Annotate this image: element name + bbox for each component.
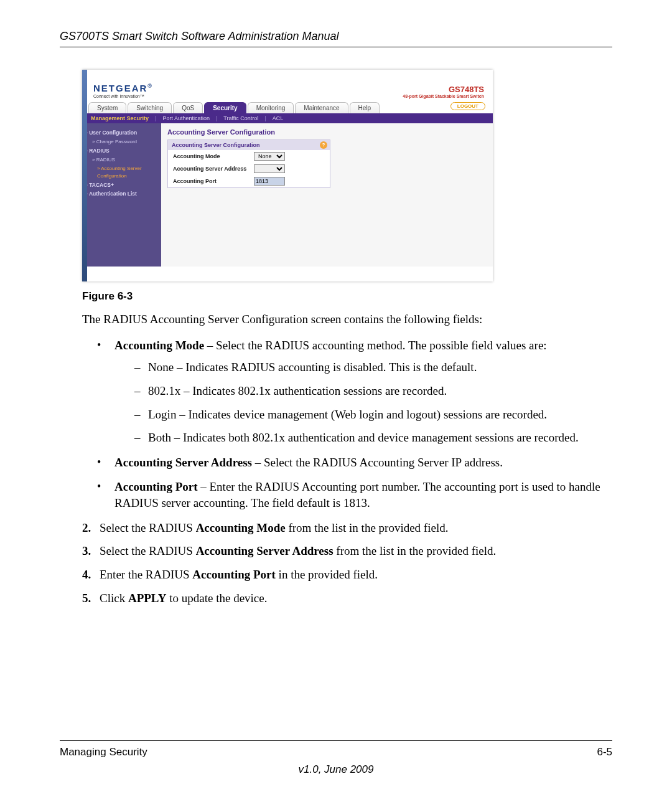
sub-nav: Management Security| Port Authentication… (82, 113, 493, 123)
page-footer: Managing Security 6-5 v1.0, June 2009 (60, 740, 612, 776)
tab-help[interactable]: Help (350, 102, 380, 113)
subnav-mgmt-security[interactable]: Management Security (91, 115, 149, 121)
logout-button[interactable]: LOGOUT (450, 102, 485, 110)
label-accounting-mode: Accounting Mode (173, 153, 254, 159)
sub-8021x: 802.1x – Indicates 802.1x authentication… (134, 383, 612, 399)
page-header: GS700TS Smart Switch Software Administra… (60, 30, 612, 47)
tab-system[interactable]: System (88, 102, 126, 113)
sidebar-radius[interactable]: » RADIUS (86, 156, 157, 164)
field-bullets: Accounting Mode – Select the RADIUS acco… (97, 337, 612, 511)
bullet-accounting-server-address: Accounting Server Address – Select the R… (97, 455, 612, 471)
sidebar: › User Configuration » Change Password ›… (82, 123, 161, 267)
model-label: GS748TS 48-port Gigabit Stackable Smart … (403, 85, 484, 98)
panel-header: Accounting Server Configuration ? (168, 140, 330, 150)
step-2: 2.Select the RADIUS Accounting Mode from… (82, 520, 612, 536)
sidebar-change-password[interactable]: » Change Password (86, 138, 157, 146)
select-accounting-server-address[interactable] (254, 164, 285, 173)
input-accounting-port[interactable] (254, 177, 285, 186)
main-tabs: System Switching QoS Security Monitoring… (82, 102, 493, 113)
label-accounting-server-address: Accounting Server Address (173, 166, 254, 172)
app-screenshot: NETGEAR® Connect with Innovation™ GS748T… (82, 70, 493, 281)
tab-switching[interactable]: Switching (128, 102, 172, 113)
footer-page-num: 6-5 (597, 746, 612, 758)
step-4: 4.Enter the RADIUS Accounting Port in th… (82, 567, 612, 583)
sub-both: Both – Indicates both 802.1x authenticat… (134, 430, 612, 446)
step-list: 2.Select the RADIUS Accounting Mode from… (82, 520, 612, 606)
figure-caption: Figure 6-3 (82, 290, 612, 303)
brand-logo: NETGEAR® Connect with Innovation™ (93, 83, 153, 98)
sidebar-user-config[interactable]: › User Configuration (86, 128, 157, 138)
tab-security[interactable]: Security (204, 102, 246, 113)
subnav-traffic-control[interactable]: Traffic Control (223, 115, 258, 121)
bullet-accounting-mode: Accounting Mode – Select the RADIUS acco… (97, 337, 612, 446)
config-panel: Accounting Server Configuration ? Accoun… (167, 139, 330, 188)
sidebar-radius-root[interactable]: › RADIUS (86, 146, 157, 156)
sub-none: None – Indicates RADIUS accounting is di… (134, 359, 612, 375)
bullet-accounting-port: Accounting Port – Enter the RADIUS Accou… (97, 479, 612, 511)
sub-login: Login – Indicates device management (Web… (134, 407, 612, 423)
tab-maintenance[interactable]: Maintenance (295, 102, 348, 113)
sidebar-acct-server-config[interactable]: » Accounting Server Configuration (86, 164, 157, 181)
step-3: 3.Select the RADIUS Accounting Server Ad… (82, 543, 612, 559)
subnav-port-auth[interactable]: Port Authentication (162, 115, 210, 121)
content-title: Accounting Server Configuration (167, 128, 487, 136)
step-5: 5.Click APPLY to update the device. (82, 590, 612, 606)
intro-paragraph: The RADIUS Accounting Server Configurati… (82, 311, 612, 328)
content-pane: Accounting Server Configuration Accounti… (161, 123, 493, 267)
subnav-acl[interactable]: ACL (273, 115, 284, 121)
sidebar-tacacs[interactable]: › TACACS+ (86, 181, 157, 190)
sidebar-auth-list[interactable]: › Authentication List (86, 189, 157, 199)
footer-section: Managing Security (60, 746, 147, 758)
select-accounting-mode[interactable]: None (254, 152, 285, 161)
footer-version: v1.0, June 2009 (60, 763, 612, 776)
tab-monitoring[interactable]: Monitoring (248, 102, 294, 113)
tab-qos[interactable]: QoS (173, 102, 203, 113)
edge-strip (82, 70, 87, 281)
label-accounting-port: Accounting Port (173, 178, 254, 184)
help-icon[interactable]: ? (320, 141, 327, 149)
